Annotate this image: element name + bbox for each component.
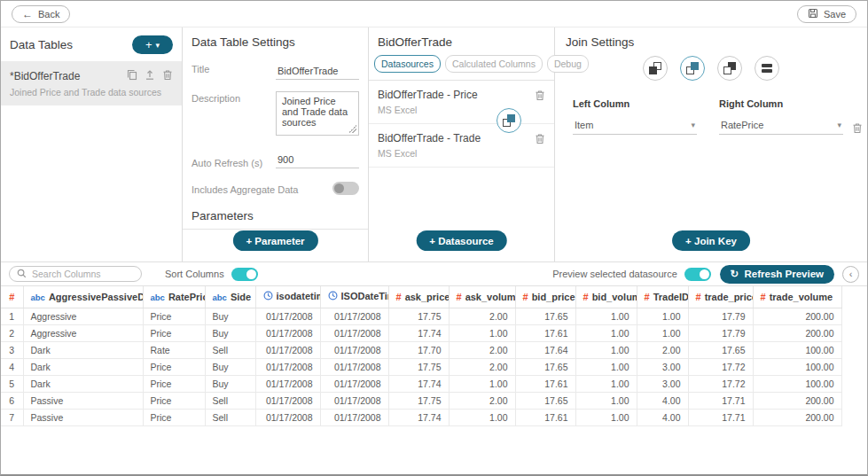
table-cell: 17.61 xyxy=(515,409,575,425)
column-label: AggressivePassiveDark xyxy=(49,292,143,302)
save-button[interactable]: Save xyxy=(797,5,856,23)
preview-datasource-toggle[interactable] xyxy=(684,268,711,281)
right-column-select[interactable]: RatePrice ▾ xyxy=(719,118,843,135)
table-cell: 01/17/2008 xyxy=(320,409,388,425)
column-header-TradeID[interactable]: #TradeID xyxy=(637,286,688,308)
column-header-isodatetime[interactable]: isodatetime xyxy=(255,286,320,308)
table-cell: Buy xyxy=(205,358,255,375)
table-row: 4DarkPriceBuy01/17/200801/17/200817.752.… xyxy=(1,358,841,375)
column-header-trade_volume[interactable]: #trade_volume xyxy=(753,286,841,308)
app-window: ← Back Save Data Tables + ▾ *BidOfferTra… xyxy=(0,0,868,476)
table-cell: 1.00 xyxy=(637,308,688,324)
datasource-item-trade[interactable]: BidOfferTrade - Trade MS Excel xyxy=(369,124,554,168)
left-column-select[interactable]: Item ▾ xyxy=(573,118,697,135)
column-header-bid_price[interactable]: #bid_price xyxy=(515,286,575,308)
column-label: isodatetime xyxy=(277,291,321,301)
left-join-button[interactable] xyxy=(643,56,668,81)
table-cell: 1.00 xyxy=(575,375,637,392)
right-join-button[interactable] xyxy=(717,56,742,81)
join-datasources-button[interactable] xyxy=(497,108,521,133)
column-header-rownum[interactable]: # xyxy=(1,286,23,308)
main-panels: Data Tables + ▾ *BidOfferTrade Joined Pr… xyxy=(1,27,867,262)
sort-columns-label: Sort Columns xyxy=(165,269,224,279)
column-header-ISODateTime[interactable]: ISODateTime xyxy=(320,286,388,308)
auto-refresh-label: Auto Refresh (s) xyxy=(192,156,276,168)
search-columns-field[interactable] xyxy=(9,266,142,282)
column-label: Side xyxy=(231,292,251,302)
table-cell: 17.79 xyxy=(688,324,753,341)
table-cell: Price xyxy=(143,375,205,392)
sort-columns-toggle[interactable] xyxy=(231,268,258,281)
delete-join-key-icon[interactable] xyxy=(852,98,863,137)
tab-datasources[interactable]: Datasources xyxy=(374,55,441,73)
column-header-Side[interactable]: abcSide xyxy=(205,286,255,308)
column-header-ask_volume[interactable]: #ask_volume xyxy=(449,286,515,308)
table-cell: 17.71 xyxy=(688,409,753,425)
table-cell: Rate xyxy=(143,341,205,358)
title-input[interactable] xyxy=(276,65,359,80)
table-cell: 3.00 xyxy=(637,375,688,392)
delete-icon[interactable] xyxy=(535,89,545,115)
table-cell: 200.00 xyxy=(753,392,841,409)
table-cell: 1.00 xyxy=(575,341,637,358)
table-cell: Aggressive xyxy=(23,324,143,341)
datasource-item-price[interactable]: BidOfferTrade - Price MS Excel xyxy=(369,81,554,124)
table-cell: 1.00 xyxy=(637,324,688,341)
save-label: Save xyxy=(824,9,846,20)
join-settings-title: Join Settings xyxy=(555,27,867,51)
collapse-panel-button[interactable]: ‹ xyxy=(842,266,859,283)
search-columns-input[interactable] xyxy=(32,269,134,279)
refresh-icon: ↻ xyxy=(731,268,739,280)
column-header-AggressivePassiveDark[interactable]: abcAggressivePassiveDark xyxy=(23,286,143,308)
inner-join-button[interactable] xyxy=(680,56,705,81)
column-label: ISODateTime xyxy=(341,291,389,301)
plus-icon: + xyxy=(145,38,152,51)
refresh-preview-label: Refresh Preview xyxy=(745,269,825,279)
table-cell: Buy xyxy=(205,375,255,392)
column-header-ask_price[interactable]: #ask_price xyxy=(388,286,449,308)
tab-calculated-columns[interactable]: Calculated Columns xyxy=(445,55,543,73)
numeric-column-icon: # xyxy=(396,292,402,302)
table-cell: Passive xyxy=(23,392,143,409)
description-input[interactable]: Joined Price and Trade data sources xyxy=(276,91,359,136)
table-cell: 100.00 xyxy=(753,358,841,375)
export-icon[interactable] xyxy=(145,68,155,84)
table-cell: 01/17/2008 xyxy=(255,324,320,341)
column-header-trade_price[interactable]: #trade_price xyxy=(688,286,753,308)
add-parameter-button[interactable]: + Parameter xyxy=(232,230,317,251)
column-header-RatePrice[interactable]: abcRatePrice xyxy=(143,286,205,308)
table-cell: 2.00 xyxy=(449,392,515,409)
data-table-list-item[interactable]: *BidOfferTrade Joined Price and Trade da… xyxy=(1,61,182,105)
delete-icon[interactable] xyxy=(162,68,173,84)
column-label: TradeID xyxy=(653,292,688,302)
table-row: 7PassivePriceSell01/17/200801/17/200817.… xyxy=(1,409,841,425)
data-tables-title: Data Tables xyxy=(10,38,73,51)
add-data-table-button[interactable]: + ▾ xyxy=(132,35,173,54)
column-label: bid_price xyxy=(532,292,575,302)
table-cell: Sell xyxy=(205,341,255,358)
add-datasource-button[interactable]: + Datasource xyxy=(416,230,507,251)
union-button[interactable] xyxy=(755,56,779,81)
table-cell: 17.74 xyxy=(388,324,449,341)
table-cell: Price xyxy=(143,409,205,425)
refresh-preview-button[interactable]: ↻ Refresh Preview xyxy=(720,265,834,284)
table-cell: 3 xyxy=(1,341,23,358)
duplicate-icon[interactable] xyxy=(127,68,137,84)
numeric-column-icon: # xyxy=(645,292,650,302)
add-join-key-button[interactable]: + Join Key xyxy=(672,230,750,251)
search-icon xyxy=(17,266,27,282)
numeric-column-icon: # xyxy=(523,292,528,302)
chevron-down-icon: ▾ xyxy=(837,121,841,129)
delete-icon[interactable] xyxy=(535,132,545,159)
column-header-bid_volume[interactable]: #bid_volume xyxy=(575,286,637,308)
table-cell: 4.00 xyxy=(637,392,688,409)
table-cell: 01/17/2008 xyxy=(320,392,388,409)
preview-datasource-label: Preview selected datasource xyxy=(552,269,677,279)
table-cell: 01/17/2008 xyxy=(255,392,320,409)
table-cell: Price xyxy=(143,392,205,409)
datasources-panel: BidOfferTrade Datasources Calculated Col… xyxy=(369,27,555,261)
aggregate-data-toggle[interactable] xyxy=(332,182,359,195)
table-cell: Sell xyxy=(205,392,255,409)
back-button[interactable]: ← Back xyxy=(12,5,70,23)
auto-refresh-input[interactable] xyxy=(276,153,359,168)
